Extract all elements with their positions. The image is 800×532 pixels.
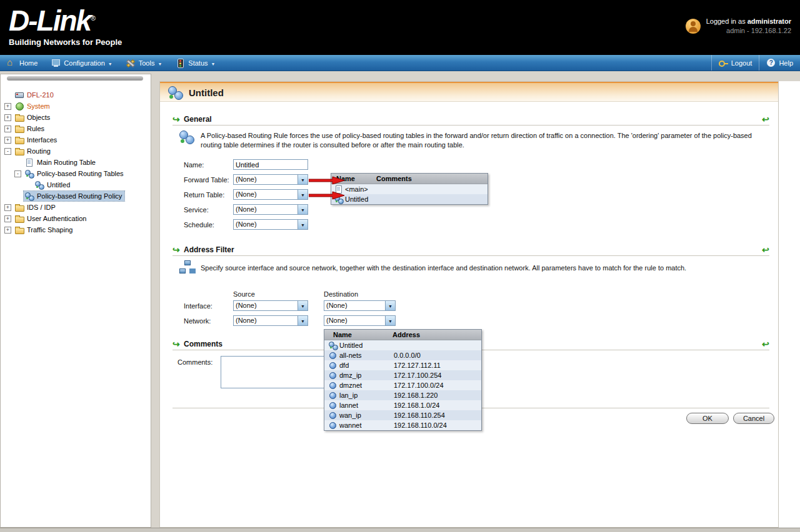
tree-expander-icon[interactable]: +	[4, 114, 11, 121]
section-collapse-icon[interactable]	[762, 114, 769, 124]
destination-interface-select[interactable]: (None)	[324, 300, 396, 311]
section-jump-icon	[172, 339, 180, 349]
tree-expander-icon[interactable]: +	[4, 204, 11, 211]
tree-expander-icon[interactable]: +	[4, 227, 11, 234]
admin-address-line: admin - 192.168.1.22	[706, 26, 791, 36]
address-icon	[328, 421, 338, 430]
address-icon	[328, 401, 338, 410]
tree-expander-icon[interactable]: +	[4, 126, 11, 132]
dropdown-arrow-icon[interactable]	[298, 301, 308, 310]
system-icon	[14, 102, 24, 111]
return-table-select[interactable]: (None)	[233, 189, 308, 200]
destination-column-header: Destination	[324, 290, 358, 298]
popup-row-value: 172.17.100.0/24	[394, 382, 481, 389]
sidebar-item-label: System	[27, 102, 50, 110]
sidebar-item-policy-based-routing-policy[interactable]: Policy-based Routing Policy	[3, 190, 149, 202]
address-icon	[328, 361, 338, 370]
nav-item-status[interactable]: Status	[169, 55, 222, 71]
sidebar-item-system[interactable]: +System	[3, 101, 149, 112]
popup-row-all-nets[interactable]: all-nets0.0.0.0/0	[324, 350, 481, 360]
sidebar-item-main-routing-table[interactable]: Main Routing Table	[3, 157, 149, 168]
navbar-right-group: LogoutHelp	[711, 55, 800, 71]
popup-row-value: 172.127.112.11	[394, 362, 481, 369]
sidebar-item-traffic-shaping[interactable]: +Traffic Shaping	[3, 224, 149, 235]
nav-item-configuration[interactable]: Configuration	[44, 55, 119, 71]
dropdown-arrow-icon[interactable]	[298, 205, 308, 214]
tree-item-core: IDS / IDP	[14, 202, 58, 212]
nav-item-help[interactable]: Help	[759, 55, 800, 71]
dropdown-arrow-icon[interactable]	[298, 190, 308, 199]
name-label: Name:	[184, 161, 233, 169]
tree-expander-icon[interactable]: -	[14, 170, 21, 177]
address-filter-section-header: Address Filter	[172, 245, 769, 256]
popup-row-name: all-nets	[339, 352, 394, 359]
popup-column-name: Name	[324, 330, 392, 340]
popup-row-lan-ip[interactable]: lan_ip192.168.1.220	[324, 390, 481, 400]
popup-row-value: 192.168.1.220	[394, 392, 481, 399]
sidebar-item-policy-based-routing-tables[interactable]: -Policy-based Routing Tables	[3, 168, 149, 179]
tree-expander-icon[interactable]: -	[4, 148, 11, 155]
popup-row-lannet[interactable]: lannet192.168.1.0/24	[324, 400, 481, 410]
dropdown-arrow-icon[interactable]	[385, 316, 395, 325]
dropdown-arrow-icon[interactable]	[385, 301, 395, 310]
splitter-gap	[151, 71, 159, 528]
service-select[interactable]: (None)	[233, 204, 308, 215]
tree-expander-icon[interactable]: +	[4, 215, 11, 222]
sidebar-item-untitled[interactable]: Untitled	[3, 179, 149, 190]
cancel-button[interactable]: Cancel	[733, 413, 774, 424]
popup-row-dfd[interactable]: dfd172.127.112.11	[324, 360, 481, 370]
source-interface-select[interactable]: (None)	[233, 300, 308, 311]
popup-row-name: dmz_ip	[339, 372, 394, 379]
tree-expander-icon[interactable]: +	[4, 103, 11, 110]
popup-row-dmznet[interactable]: dmznet172.17.100.0/24	[324, 380, 481, 390]
section-collapse-icon[interactable]	[762, 245, 769, 255]
popup-row-untitled[interactable]: Untitled	[331, 194, 488, 204]
sidebar-item-objects[interactable]: +Objects	[3, 112, 149, 123]
globes-icon	[34, 180, 44, 189]
name-input[interactable]	[233, 159, 308, 170]
forward-table-label: Forward Table:	[184, 176, 233, 184]
tree-expander-icon[interactable]: +	[4, 137, 11, 144]
popup-row-dmz-ip[interactable]: dmz_ip172.17.100.254	[324, 370, 481, 380]
routing-tables-popup: NameComments<main>Untitled	[331, 173, 488, 205]
sidebar-resize-handle[interactable]	[7, 76, 143, 81]
sidebar-item-ids-idp[interactable]: +IDS / IDP	[3, 202, 149, 213]
nav-item-logout[interactable]: Logout	[711, 55, 759, 71]
popup-row-wan-ip[interactable]: wan_ip192.168.110.254	[324, 410, 481, 420]
user-avatar-icon	[686, 19, 701, 34]
sidebar-item-rules[interactable]: +Rules	[3, 123, 149, 134]
nav-item-home[interactable]: Home	[0, 55, 44, 71]
source-network-select[interactable]: (None)	[233, 315, 308, 326]
form-row-network: Network: (None) (None)	[184, 315, 396, 326]
sidebar-item-routing[interactable]: -Routing	[3, 145, 149, 157]
popup-row-wannet[interactable]: wannet192.168.110.0/24	[324, 420, 481, 430]
address-icon	[328, 371, 338, 380]
popup-row-name: lan_ip	[339, 392, 394, 399]
logo-wordmark: D-Link®	[9, 0, 122, 39]
navbar-left-group: HomeConfigurationToolsStatus	[0, 55, 222, 71]
ok-button[interactable]: OK	[686, 413, 729, 424]
popup-row-name: dfd	[339, 362, 394, 369]
sidebar-item-dfl-210[interactable]: DFL-210	[3, 89, 149, 101]
popup-row-untitled[interactable]: Untitled	[324, 340, 481, 350]
popup-row-main[interactable]: <main>	[331, 184, 488, 194]
sidebar-item-user-authentication[interactable]: +User Authentication	[3, 213, 149, 224]
section-collapse-icon[interactable]	[762, 339, 769, 349]
schedule-select[interactable]: (None)	[233, 219, 308, 230]
configuration-icon	[51, 59, 61, 67]
dropdown-arrow-icon[interactable]	[298, 220, 308, 229]
dropdown-caret-icon	[211, 59, 216, 67]
source-column-header: Source	[233, 290, 255, 298]
folder-icon	[14, 124, 24, 133]
forward-table-select[interactable]: (None)	[233, 174, 308, 185]
destination-network-select[interactable]: (None)	[324, 315, 396, 326]
dlink-logo: D-Link® Building Networks for People	[9, 0, 122, 47]
sidebar-item-interfaces[interactable]: +Interfaces	[3, 134, 149, 145]
dropdown-arrow-icon[interactable]	[298, 316, 308, 325]
form-row-forward-table: Forward Table: (None)	[184, 174, 308, 185]
nav-item-tools[interactable]: Tools	[119, 55, 169, 71]
popup-row-value: 192.168.110.0/24	[394, 421, 481, 429]
tree-item-core: Untitled	[34, 180, 72, 190]
dropdown-arrow-icon[interactable]	[298, 175, 308, 184]
source-network-value: (None)	[236, 317, 257, 324]
